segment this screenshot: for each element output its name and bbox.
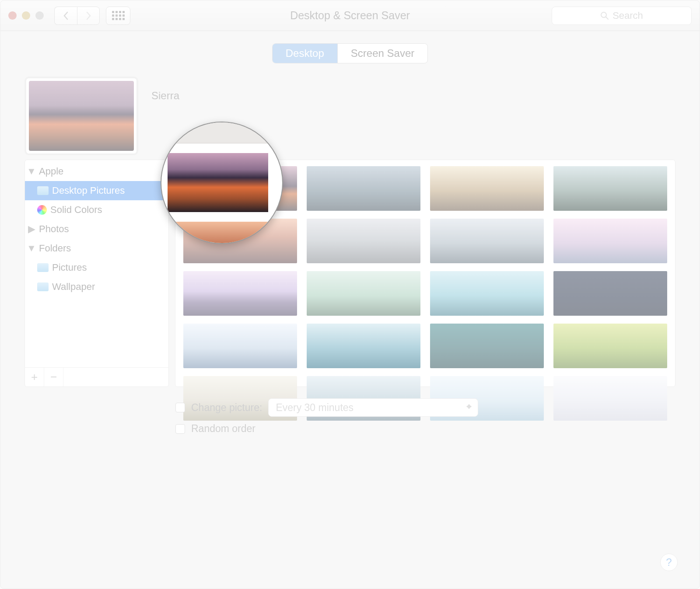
remove-folder-button[interactable]: − [44, 368, 63, 387]
sidebar-group-apple[interactable]: ▼ Apple [25, 162, 168, 181]
wallpaper-thumbnail[interactable] [307, 324, 420, 368]
close-window-button[interactable] [8, 11, 17, 20]
sidebar-item-pictures[interactable]: Pictures [25, 258, 168, 277]
preferences-window: Desktop & Screen Saver Search Desktop Sc… [0, 0, 700, 589]
add-folder-button[interactable]: + [25, 368, 44, 387]
change-picture-label: Change picture: [191, 402, 262, 414]
content-area: Sierra ▼ Apple Desktop Pictures Soli [0, 63, 700, 435]
wallpaper-thumbnail[interactable] [183, 324, 297, 368]
tab-desktop[interactable]: Desktop [273, 44, 338, 63]
random-order-row: Random order [175, 423, 676, 435]
folder-icon [37, 263, 49, 272]
minimize-window-button[interactable] [22, 11, 30, 20]
disclosure-triangle-icon: ▼ [28, 166, 35, 177]
wallpaper-thumbnail[interactable] [307, 219, 420, 263]
magnifier-selected-thumbnail [168, 153, 268, 212]
search-field[interactable]: Search [552, 7, 692, 25]
folder-icon [37, 186, 49, 195]
random-order-checkbox[interactable] [175, 424, 185, 434]
titlebar: Desktop & Screen Saver Search [0, 0, 700, 31]
plus-icon: + [31, 370, 38, 384]
chevron-left-icon [63, 11, 69, 20]
grid-icon [112, 11, 125, 20]
sidebar-label: Wallpaper [52, 281, 95, 293]
svg-line-1 [606, 17, 608, 19]
sidebar-item-desktop-pictures[interactable]: Desktop Pictures [25, 181, 168, 200]
change-picture-row: Change picture: Every 30 minutes [175, 398, 676, 417]
source-sidebar: ▼ Apple Desktop Pictures Solid Colors ▶ … [24, 160, 169, 387]
change-interval-value: Every 30 minutes [276, 402, 354, 414]
sidebar-group-folders[interactable]: ▼ Folders [25, 239, 168, 258]
window-controls [8, 11, 44, 20]
wallpaper-thumbnail[interactable] [430, 271, 544, 316]
help-icon: ? [666, 556, 672, 568]
forward-button[interactable] [77, 7, 100, 25]
tab-screen-saver[interactable]: Screen Saver [338, 44, 427, 63]
wallpaper-thumbnail[interactable] [430, 219, 544, 263]
search-placeholder: Search [612, 10, 643, 21]
wallpaper-thumbnail[interactable] [430, 166, 544, 211]
random-order-label: Random order [191, 423, 256, 435]
back-button[interactable] [54, 7, 77, 25]
panel-row: ▼ Apple Desktop Pictures Solid Colors ▶ … [24, 160, 676, 387]
wallpaper-thumbnail[interactable] [553, 271, 667, 316]
tab-bar: Desktop Screen Saver [272, 43, 428, 63]
disclosure-triangle-icon: ▼ [28, 243, 35, 254]
change-picture-checkbox[interactable] [175, 403, 185, 412]
sidebar-group-photos[interactable]: ▶ Photos [25, 220, 168, 239]
magnifier-callout [161, 122, 283, 244]
sidebar-label: Pictures [52, 262, 87, 273]
sidebar-label: Photos [39, 223, 69, 235]
folder-icon [37, 282, 49, 291]
wallpaper-thumbnail[interactable] [430, 324, 544, 368]
current-wallpaper-name: Sierra [151, 90, 179, 102]
sidebar-item-solid-colors[interactable]: Solid Colors [25, 200, 168, 220]
change-interval-select[interactable]: Every 30 minutes [268, 398, 478, 417]
wallpaper-thumbnail[interactable] [553, 166, 667, 211]
wallpaper-thumbnail[interactable] [183, 271, 297, 316]
nav-buttons [54, 7, 100, 25]
help-button[interactable]: ? [660, 554, 678, 571]
wallpaper-thumbnail [29, 81, 134, 151]
current-wallpaper-preview [24, 77, 138, 155]
sidebar-list: ▼ Apple Desktop Pictures Solid Colors ▶ … [25, 160, 168, 367]
show-all-button[interactable] [106, 7, 130, 25]
sidebar-label: Apple [39, 166, 63, 177]
sidebar-footer: + − [25, 367, 168, 387]
sidebar-item-wallpaper[interactable]: Wallpaper [25, 277, 168, 296]
disclosure-triangle-icon: ▶ [28, 223, 35, 235]
wallpaper-thumbnail[interactable] [307, 166, 420, 211]
zoom-window-button[interactable] [35, 11, 44, 20]
sidebar-label: Folders [39, 243, 71, 254]
chevron-right-icon [85, 11, 91, 20]
wallpaper-thumbnail[interactable] [553, 324, 667, 368]
search-icon [600, 11, 609, 20]
svg-point-0 [601, 12, 606, 17]
wallpaper-thumbnail[interactable] [307, 271, 420, 316]
sidebar-label: Desktop Pictures [52, 185, 125, 196]
wallpaper-thumbnail[interactable] [553, 219, 667, 263]
minus-icon: − [50, 370, 57, 384]
options-area: Change picture: Every 30 minutes Random … [24, 398, 676, 435]
preview-row: Sierra [24, 77, 676, 155]
sidebar-label: Solid Colors [50, 204, 102, 216]
color-wheel-icon [37, 205, 47, 215]
